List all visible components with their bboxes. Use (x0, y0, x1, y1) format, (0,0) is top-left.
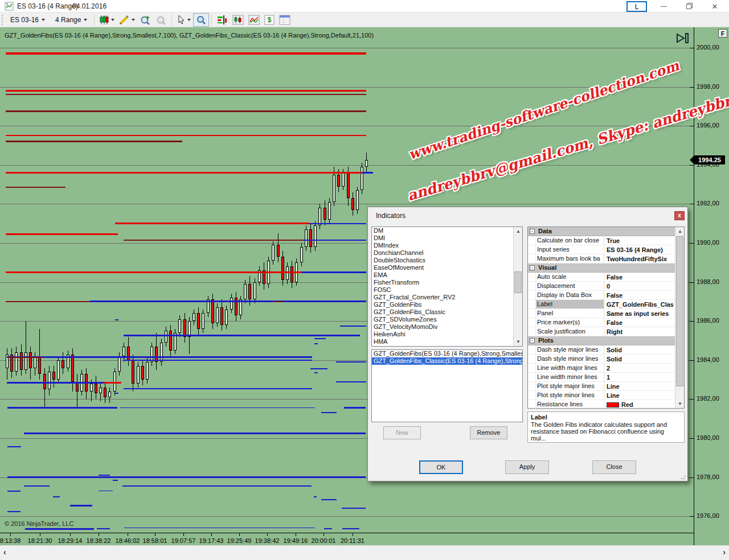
property-row[interactable]: Calculate on bar closeTrue (528, 236, 675, 245)
focus-badge[interactable]: F (718, 29, 727, 38)
available-indicator-item[interactable]: GZT_SDVolumeZones (372, 316, 522, 323)
property-section-header[interactable]: -Plots (528, 336, 675, 345)
property-value[interactable]: False (604, 291, 675, 299)
available-indicator-item[interactable]: GZT_GoldenFibs_Classic (372, 308, 522, 316)
collapse-icon[interactable]: - (530, 229, 535, 234)
dialog-close-button[interactable]: x (674, 211, 685, 220)
collapse-icon[interactable]: - (530, 338, 535, 343)
property-value[interactable]: Right (604, 327, 675, 336)
available-indicator-item[interactable]: FOSC (372, 286, 522, 294)
scroll-right-icon[interactable]: › (723, 547, 726, 557)
available-list-scrollbar[interactable]: ▲ ▼ (513, 227, 522, 346)
available-indicator-item[interactable]: DMIndex (372, 242, 522, 249)
horizontal-scrollbar[interactable]: ‹ › (0, 545, 729, 560)
property-row[interactable]: Displacement0 (528, 282, 675, 291)
remove-button[interactable]: Remove (470, 426, 507, 439)
property-value[interactable]: 1 (604, 373, 675, 381)
ok-button[interactable]: OK (419, 460, 463, 474)
zoom-out-button[interactable] (153, 14, 169, 26)
configured-indicator-item[interactable]: GZT_GoldenFibs_Classic(ES 03-16 (4 Range… (372, 357, 522, 365)
close-window-button[interactable]: ✕ (705, 1, 724, 12)
property-row[interactable]: Maximum bars look baTwoHundredFiftySix (528, 254, 675, 263)
property-row[interactable]: Auto scaleFalse (528, 273, 675, 282)
chart-trader-button[interactable] (230, 14, 246, 26)
minimize-button[interactable] (654, 1, 673, 12)
property-row[interactable]: Input seriesES 03-16 (4 Range) (528, 245, 675, 254)
property-value[interactable]: 0 (604, 282, 675, 290)
available-indicator-item[interactable]: HeikenAshi (372, 331, 522, 338)
scrollbar-thumb[interactable] (676, 236, 683, 386)
available-indicator-item[interactable]: EaseOfMovement (372, 264, 522, 271)
property-value[interactable]: Solid (604, 345, 675, 354)
support-line (314, 372, 318, 373)
instrument-dropdown[interactable]: ES 03-16 (5, 14, 50, 26)
regions-button[interactable] (214, 14, 230, 26)
chart-style-button[interactable] (97, 14, 117, 26)
property-row[interactable]: Dash style minor linesSolid (528, 355, 675, 364)
property-row[interactable]: Dash style major linesSolid (528, 345, 675, 355)
property-value[interactable]: GZT_GoldenFibs_Clas (604, 300, 675, 308)
scroll-up-icon[interactable]: ▲ (514, 227, 523, 236)
property-row[interactable]: Resistance linesRed (528, 400, 675, 409)
property-row[interactable]: Price marker(s)False (528, 318, 675, 327)
account-button[interactable]: $ (262, 14, 277, 26)
property-section-header[interactable]: -Data (528, 227, 675, 236)
property-value[interactable]: False (604, 273, 675, 281)
data-box-button[interactable] (193, 13, 209, 27)
property-value[interactable]: Line (604, 391, 675, 400)
dialog-close-action-button[interactable]: Close (592, 460, 636, 474)
cursor-tool-button[interactable] (174, 14, 193, 26)
property-value[interactable]: Solid (604, 355, 675, 363)
property-row[interactable]: PanelSame as input series (528, 309, 675, 318)
property-value[interactable]: False (604, 318, 675, 327)
available-indicator-item[interactable]: GZT_VelocityMomoDiv (372, 323, 522, 331)
property-value[interactable]: 2 (604, 364, 675, 372)
candle-body (202, 313, 204, 328)
available-indicator-item[interactable]: GZT_GoldenFibs (372, 301, 522, 308)
new-button[interactable]: New (383, 426, 421, 439)
property-value[interactable]: Line (604, 382, 675, 390)
scroll-up-icon[interactable]: ▲ (675, 227, 685, 236)
available-indicators-list[interactable]: DMDMIDMIndexDonchianChannelDoubleStochas… (371, 227, 523, 347)
available-indicator-item[interactable]: DM (372, 227, 522, 234)
available-indicator-item[interactable]: EMA (372, 271, 522, 279)
property-row[interactable]: LabelGZT_GoldenFibs_Clas (528, 300, 675, 309)
zoom-in-button[interactable] (137, 14, 153, 26)
property-row[interactable]: Line width minor lines1 (528, 373, 675, 382)
go-to-end-icon[interactable] (675, 32, 691, 46)
restore-button[interactable] (679, 1, 698, 12)
available-indicator-item[interactable]: FisherTransform (372, 279, 522, 286)
data-grid-button[interactable] (277, 14, 293, 26)
available-indicator-item[interactable]: DoubleStochastics (372, 257, 522, 264)
configured-indicators-list[interactable]: GZT_GoldenFibs(ES 03-16 (4 Range),Strong… (371, 349, 523, 422)
property-indent (528, 291, 536, 299)
draw-tool-button[interactable] (117, 14, 137, 26)
available-indicator-item[interactable]: DonchianChannel (372, 249, 522, 257)
property-value[interactable]: TwoHundredFiftySix (604, 254, 675, 263)
collapse-icon[interactable]: - (530, 265, 535, 270)
apply-button[interactable]: Apply (505, 460, 549, 474)
configured-indicator-item[interactable]: GZT_GoldenFibs(ES 03-16 (4 Range),Strong… (372, 350, 522, 357)
property-row[interactable]: Plot style major linesLine (528, 382, 675, 391)
indicators-button[interactable] (246, 14, 262, 26)
scroll-down-icon[interactable]: ▼ (675, 400, 685, 408)
property-value[interactable]: Red (604, 400, 675, 409)
property-value[interactable]: True (604, 236, 675, 245)
property-row[interactable]: Display in Data BoxFalse (528, 291, 675, 300)
property-row[interactable]: Scale justificationRight (528, 327, 675, 336)
available-indicator-item[interactable]: HMA (372, 338, 522, 345)
property-value[interactable]: ES 03-16 (4 Range) (604, 245, 675, 254)
available-indicator-item[interactable]: GZT_Fractal_Converter_RV2 (372, 294, 522, 301)
scroll-down-icon[interactable]: ▼ (514, 337, 523, 346)
property-section-header[interactable]: -Visual (528, 263, 675, 273)
resize-grip[interactable] (681, 474, 686, 480)
available-indicator-item[interactable]: DMI (372, 234, 522, 242)
scrollbar-thumb[interactable] (514, 271, 522, 293)
property-grid-scrollbar[interactable]: ▲ ▼ (675, 227, 684, 408)
property-row[interactable]: Line width major lines2 (528, 364, 675, 373)
link-button[interactable]: L (626, 1, 647, 12)
property-value[interactable]: Same as input series (604, 309, 675, 318)
scroll-left-icon[interactable]: ‹ (3, 547, 6, 557)
period-dropdown[interactable]: 4 Range (50, 14, 92, 26)
property-row[interactable]: Plot style minor linesLine (528, 391, 675, 400)
